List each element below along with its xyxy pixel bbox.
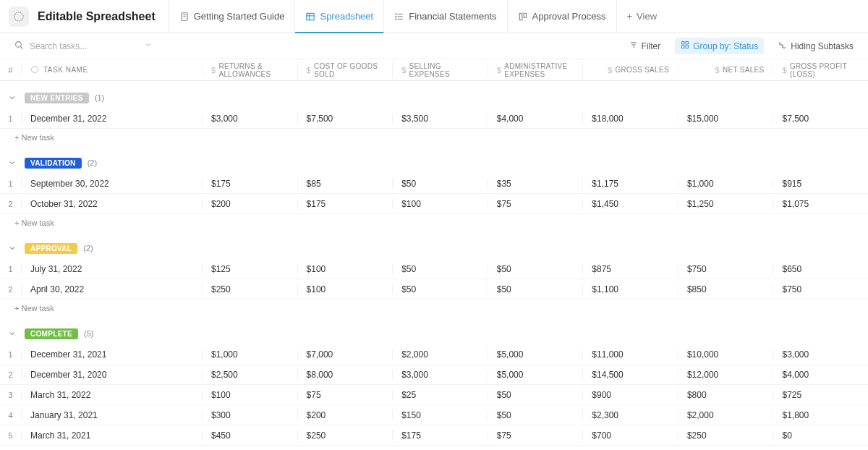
status-badge[interactable]: NEW ENTRIES bbox=[25, 93, 89, 103]
hiding-subtasks-button[interactable]: Hiding Subtasks bbox=[773, 38, 859, 54]
cell-selling[interactable]: $175 bbox=[393, 430, 488, 441]
cell-selling[interactable]: $100 bbox=[393, 199, 488, 209]
task-name-cell[interactable]: December 31, 2021 bbox=[22, 349, 203, 360]
cell-returns[interactable]: $3,000 bbox=[203, 114, 298, 124]
col-header-selling[interactable]: $SELLING EXPENSES bbox=[393, 62, 488, 78]
new-task-button[interactable]: + New task bbox=[0, 129, 868, 146]
table-row[interactable]: 1December 31, 2021$1,000$7,000$2,000$5,0… bbox=[0, 344, 868, 365]
cell-returns[interactable]: $100 bbox=[203, 390, 298, 400]
table-row[interactable]: 3March 31, 2022$100$75$25$50$900$800$725 bbox=[0, 385, 868, 405]
task-name-cell[interactable]: March 31, 2021 bbox=[22, 430, 203, 441]
cell-cogs[interactable]: $75 bbox=[298, 390, 393, 400]
collapse-toggle[interactable] bbox=[6, 242, 19, 255]
task-name-cell[interactable]: December 31, 2020 bbox=[22, 370, 203, 380]
cell-returns[interactable]: $250 bbox=[203, 284, 298, 294]
new-task-button[interactable]: + New task bbox=[0, 214, 868, 232]
col-header-admin[interactable]: $ADMINISTRATIVE EXPENSES bbox=[488, 62, 584, 78]
cell-gross-profit[interactable]: $915 bbox=[773, 179, 868, 189]
col-header-returns[interactable]: $RETURNS & ALLOWANCES bbox=[203, 62, 298, 78]
cell-net-sales[interactable]: $1,250 bbox=[678, 199, 774, 209]
group-by-button[interactable]: Group by: Status bbox=[675, 38, 764, 54]
cell-gross-sales[interactable]: $700 bbox=[583, 430, 678, 441]
tab-financial-statements[interactable]: Financial Statements bbox=[383, 0, 506, 33]
cell-admin[interactable]: $35 bbox=[488, 179, 584, 189]
task-name-cell[interactable]: July 31, 2022 bbox=[22, 264, 203, 274]
col-header-gross-profit[interactable]: $GROSS PROFIT (LOSS) bbox=[773, 62, 868, 78]
cell-admin[interactable]: $50 bbox=[488, 390, 584, 400]
col-header-num[interactable]: # bbox=[0, 66, 22, 75]
table-row[interactable]: 2October 31, 2022$200$175$100$75$1,450$1… bbox=[0, 194, 868, 214]
table-row[interactable]: 5March 31, 2021$450$250$175$75$700$250$0 bbox=[0, 425, 868, 446]
cell-selling[interactable]: $25 bbox=[393, 390, 488, 400]
cell-gross-profit[interactable]: $725 bbox=[773, 390, 868, 400]
search-input[interactable] bbox=[30, 41, 138, 51]
cell-cogs[interactable]: $7,000 bbox=[298, 349, 393, 360]
cell-gross-profit[interactable]: $750 bbox=[773, 284, 868, 294]
cell-net-sales[interactable]: $12,000 bbox=[678, 370, 774, 380]
cell-gross-profit[interactable]: $1,075 bbox=[773, 199, 868, 209]
new-task-button[interactable]: + New task bbox=[0, 446, 868, 450]
cell-admin[interactable]: $75 bbox=[488, 430, 584, 441]
cell-admin[interactable]: $50 bbox=[488, 264, 584, 274]
status-badge[interactable]: APPROVAL bbox=[25, 243, 77, 254]
collapse-toggle[interactable] bbox=[6, 91, 19, 104]
cell-selling[interactable]: $50 bbox=[393, 284, 488, 294]
cell-cogs[interactable]: $100 bbox=[298, 264, 393, 274]
cell-gross-sales[interactable]: $14,500 bbox=[583, 370, 678, 380]
cell-selling[interactable]: $2,000 bbox=[393, 349, 488, 360]
tab-approval-process[interactable]: Approval Process bbox=[507, 0, 616, 33]
filter-button[interactable]: Filter bbox=[624, 38, 667, 54]
cell-gross-sales[interactable]: $1,100 bbox=[583, 284, 678, 294]
cell-gross-profit[interactable]: $4,000 bbox=[773, 370, 868, 380]
task-name-cell[interactable]: January 31, 2021 bbox=[22, 410, 203, 420]
cell-cogs[interactable]: $7,500 bbox=[298, 114, 393, 124]
cell-admin[interactable]: $5,000 bbox=[488, 370, 584, 380]
table-row[interactable]: 4January 31, 2021$300$200$150$50$2,300$2… bbox=[0, 405, 868, 425]
cell-admin[interactable]: $50 bbox=[488, 410, 584, 420]
add-view-button[interactable]: + View bbox=[616, 0, 668, 33]
cell-gross-profit[interactable]: $1,800 bbox=[773, 410, 868, 420]
status-badge[interactable]: COMPLETE bbox=[25, 328, 78, 339]
col-header-net-sales[interactable]: $NET SALES bbox=[678, 66, 774, 75]
cell-gross-profit[interactable]: $650 bbox=[773, 264, 868, 274]
collapse-toggle[interactable] bbox=[6, 156, 19, 169]
cell-gross-sales[interactable]: $875 bbox=[583, 264, 678, 274]
cell-returns[interactable]: $175 bbox=[203, 179, 298, 189]
tab-spreadsheet[interactable]: Spreadsheet bbox=[294, 0, 383, 33]
cell-net-sales[interactable]: $10,000 bbox=[678, 349, 774, 360]
status-badge[interactable]: VALIDATION bbox=[25, 158, 82, 169]
cell-net-sales[interactable]: $250 bbox=[678, 430, 774, 441]
task-name-cell[interactable]: April 30, 2022 bbox=[22, 284, 203, 294]
col-header-cogs[interactable]: $COST OF GOODS SOLD bbox=[298, 62, 393, 78]
cell-selling[interactable]: $3,500 bbox=[393, 114, 488, 124]
cell-net-sales[interactable]: $15,000 bbox=[678, 114, 774, 124]
task-name-cell[interactable]: December 31, 2022 bbox=[22, 114, 203, 124]
cell-cogs[interactable]: $100 bbox=[298, 284, 393, 294]
cell-net-sales[interactable]: $2,000 bbox=[678, 410, 774, 420]
cell-admin[interactable]: $5,000 bbox=[488, 349, 584, 360]
chevron-down-icon[interactable] bbox=[144, 41, 153, 51]
cell-gross-profit[interactable]: $0 bbox=[773, 430, 868, 441]
cell-net-sales[interactable]: $750 bbox=[678, 264, 774, 274]
cell-admin[interactable]: $4,000 bbox=[488, 114, 584, 124]
cell-returns[interactable]: $200 bbox=[203, 199, 298, 209]
task-name-cell[interactable]: March 31, 2022 bbox=[22, 390, 203, 400]
cell-gross-sales[interactable]: $2,300 bbox=[583, 410, 678, 420]
cell-returns[interactable]: $125 bbox=[203, 264, 298, 274]
collapse-toggle[interactable] bbox=[6, 327, 19, 340]
cell-admin[interactable]: $75 bbox=[488, 199, 584, 209]
task-name-cell[interactable]: October 31, 2022 bbox=[22, 199, 203, 209]
table-row[interactable]: 2December 31, 2020$2,500$8,000$3,000$5,0… bbox=[0, 365, 868, 385]
cell-gross-profit[interactable]: $3,000 bbox=[773, 349, 868, 360]
cell-net-sales[interactable]: $1,000 bbox=[678, 179, 774, 189]
cell-net-sales[interactable]: $800 bbox=[678, 390, 774, 400]
cell-cogs[interactable]: $85 bbox=[298, 179, 393, 189]
cell-gross-sales[interactable]: $1,175 bbox=[583, 179, 678, 189]
cell-returns[interactable]: $300 bbox=[203, 410, 298, 420]
search-wrap[interactable] bbox=[9, 38, 153, 55]
cell-cogs[interactable]: $250 bbox=[298, 430, 393, 441]
cell-gross-sales[interactable]: $900 bbox=[583, 390, 678, 400]
cell-returns[interactable]: $1,000 bbox=[203, 349, 298, 360]
cell-returns[interactable]: $450 bbox=[203, 430, 298, 441]
cell-returns[interactable]: $2,500 bbox=[203, 370, 298, 380]
